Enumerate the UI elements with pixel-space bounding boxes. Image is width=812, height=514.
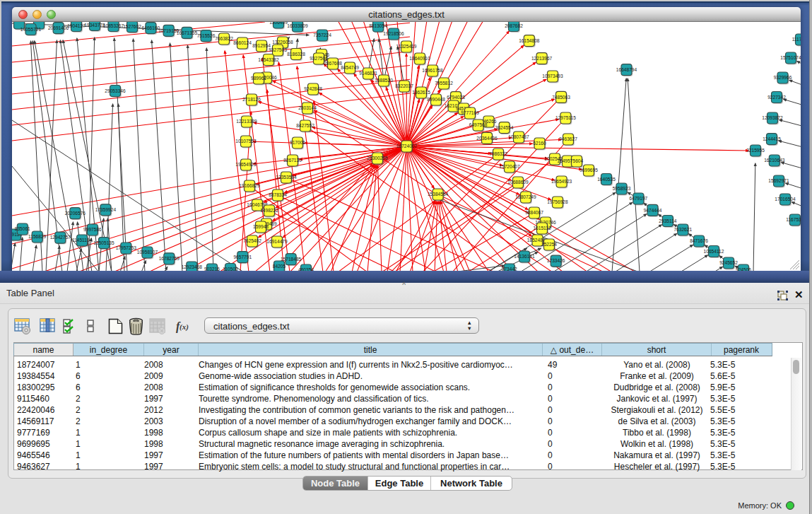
svg-text:8660124: 8660124 — [233, 40, 252, 45]
svg-text:15692971: 15692971 — [768, 178, 789, 183]
svg-text:19218506: 19218506 — [383, 31, 404, 36]
svg-text:110503: 110503 — [223, 267, 238, 271]
svg-text:7663822: 7663822 — [215, 36, 233, 41]
svg-text:75604: 75604 — [570, 158, 584, 163]
svg-text:10654112: 10654112 — [704, 249, 724, 254]
svg-text:3215955: 3215955 — [746, 148, 765, 153]
svg-text:11451194: 11451194 — [72, 238, 93, 243]
svg-text:14136141: 14136141 — [514, 254, 535, 259]
svg-text:1244415: 1244415 — [763, 136, 781, 141]
svg-text:18807249: 18807249 — [515, 194, 536, 199]
svg-text:8427552: 8427552 — [296, 123, 314, 128]
svg-text:17016504: 17016504 — [775, 197, 796, 201]
svg-text:11325419: 11325419 — [396, 44, 417, 49]
svg-text:9463627: 9463627 — [559, 136, 577, 141]
svg-text:3624554: 3624554 — [495, 125, 514, 130]
svg-text:19756928: 19756928 — [547, 199, 568, 204]
svg-text:16154808: 16154808 — [519, 38, 540, 43]
svg-text:1588520: 1588520 — [375, 78, 393, 83]
svg-text:16648794: 16648794 — [616, 67, 637, 72]
svg-text:1156829: 1156829 — [28, 234, 47, 239]
svg-text:16782759: 16782759 — [159, 256, 180, 261]
svg-text:9327503: 9327503 — [269, 47, 287, 52]
svg-text:10107553: 10107553 — [235, 139, 257, 144]
svg-text:1306409: 1306409 — [269, 22, 288, 25]
svg-text:9245652: 9245652 — [719, 260, 738, 265]
svg-text:2867608: 2867608 — [324, 61, 342, 66]
svg-text:15384554: 15384554 — [428, 192, 449, 197]
svg-text:1640535: 1640535 — [597, 177, 616, 182]
svg-text:84205: 84205 — [273, 264, 286, 269]
svg-text:2935114: 2935114 — [659, 218, 677, 223]
svg-text:9997586: 9997586 — [83, 227, 102, 232]
svg-text:989961: 989961 — [251, 76, 266, 81]
svg-text:12093872: 12093872 — [762, 115, 783, 120]
svg-text:1733426: 1733426 — [547, 258, 565, 263]
svg-text:9884067: 9884067 — [525, 210, 543, 215]
svg-text:7632621: 7632621 — [673, 227, 692, 232]
svg-text:9657791: 9657791 — [233, 255, 252, 259]
svg-text:10853267: 10853267 — [103, 23, 124, 28]
svg-text:924506: 924506 — [736, 267, 751, 271]
svg-text:9329966: 9329966 — [774, 75, 792, 80]
svg-text:14055721: 14055721 — [20, 27, 42, 32]
svg-text:8322037: 8322037 — [395, 83, 413, 88]
svg-text:16543382: 16543382 — [258, 57, 279, 62]
svg-text:6794028: 6794028 — [447, 95, 465, 100]
svg-text:8186328: 8186328 — [287, 52, 305, 57]
svg-text:7955812: 7955812 — [435, 81, 453, 86]
svg-text:9327506: 9327506 — [310, 56, 328, 61]
svg-text:8471676: 8471676 — [690, 238, 708, 243]
svg-text:12923468: 12923468 — [182, 264, 203, 269]
svg-text:9227342: 9227342 — [767, 95, 786, 100]
svg-text:1615112: 1615112 — [533, 226, 551, 230]
svg-text:2718126: 2718126 — [242, 97, 261, 102]
svg-text:16914479: 16914479 — [266, 239, 288, 244]
svg-text:17957253: 17957253 — [116, 245, 137, 250]
svg-text:25300295: 25300295 — [367, 156, 388, 160]
svg-text:9699695: 9699695 — [579, 168, 598, 173]
svg-text:18640910: 18640910 — [409, 56, 430, 61]
svg-text:1117195: 1117195 — [792, 37, 801, 42]
svg-text:1498222: 1498222 — [260, 208, 278, 213]
svg-text:18724007: 18724007 — [396, 144, 418, 148]
svg-text:10973493: 10973493 — [542, 74, 563, 78]
svg-text:19654923: 19654923 — [551, 179, 572, 184]
svg-text:15720407: 15720407 — [499, 164, 520, 169]
svg-text:973442: 973442 — [502, 267, 517, 271]
svg-text:8878334: 8878334 — [269, 192, 287, 197]
svg-text:5958923: 5958923 — [613, 186, 631, 191]
svg-text:12213967: 12213967 — [531, 56, 553, 61]
svg-text:8813054: 8813054 — [369, 23, 387, 28]
svg-text:20364436: 20364436 — [476, 136, 498, 141]
svg-text:7986322: 7986322 — [489, 151, 507, 156]
svg-text:6497568: 6497568 — [469, 122, 488, 127]
svg-text:19343778: 19343778 — [84, 23, 105, 28]
svg-text:7625402: 7625402 — [243, 238, 261, 243]
svg-text:10958107: 10958107 — [137, 250, 158, 255]
svg-text:10807487: 10807487 — [508, 134, 529, 139]
svg-text:12213389: 12213389 — [236, 119, 257, 124]
svg-text:2087682: 2087682 — [505, 23, 523, 28]
svg-text:1527602: 1527602 — [123, 24, 141, 29]
svg-text:9474444: 9474444 — [644, 208, 662, 213]
svg-text:6466160: 6466160 — [142, 25, 160, 30]
svg-text:6479197: 6479197 — [630, 196, 648, 201]
svg-text:7485063: 7485063 — [552, 95, 570, 100]
svg-text:12942757: 12942757 — [50, 235, 71, 240]
svg-text:62160: 62160 — [533, 141, 546, 146]
svg-text:8267130: 8267130 — [283, 158, 302, 163]
svg-text:16961758: 16961758 — [422, 68, 443, 73]
svg-text:15751074: 15751074 — [780, 55, 801, 60]
svg-text:7357224: 7357224 — [313, 33, 331, 37]
svg-text:2803144: 2803144 — [298, 105, 317, 110]
svg-text:903216: 903216 — [204, 267, 220, 271]
svg-text:1167533: 1167533 — [786, 217, 801, 222]
svg-text:12505135: 12505135 — [93, 240, 114, 245]
svg-text:15718485: 15718485 — [281, 257, 302, 262]
svg-text:17359924: 17359924 — [95, 207, 117, 212]
svg-text:19654925: 19654925 — [235, 162, 257, 167]
svg-text:12975115: 12975115 — [555, 115, 576, 120]
svg-text:9777169: 9777169 — [461, 110, 479, 115]
svg-text:1362615: 1362615 — [412, 90, 430, 95]
